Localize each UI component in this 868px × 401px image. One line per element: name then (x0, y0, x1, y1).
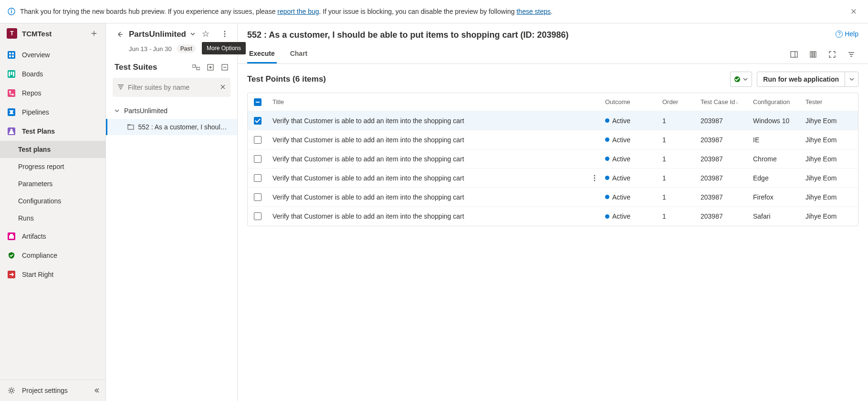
nav-parameters[interactable]: Parameters (0, 175, 105, 192)
cell-tester: Jihye Eom (801, 136, 858, 144)
col-configuration[interactable]: Configuration (748, 98, 801, 106)
cell-tester: Jihye Eom (801, 155, 858, 163)
nav-overview[interactable]: Overview (0, 45, 105, 64)
column-options-button[interactable] (806, 47, 820, 62)
svg-point-41 (594, 156, 596, 157)
run-button[interactable]: Run for web application (757, 75, 845, 83)
start-right-icon (7, 270, 16, 279)
svg-point-40 (594, 141, 596, 143)
tab-execute[interactable]: Execute (247, 45, 277, 63)
suite-filter-input[interactable] (128, 84, 220, 91)
cell-order: 1 (658, 174, 696, 182)
fullscreen-button[interactable] (825, 47, 839, 62)
plan-more-button[interactable]: More Options (221, 31, 229, 39)
nav-start-right[interactable]: Start Right (0, 265, 105, 284)
plan-name[interactable]: PartsUnlimited (129, 30, 186, 39)
grid-header: Title Outcome Order Test Case Id↓ Config… (248, 93, 858, 111)
col-title[interactable]: Title (268, 98, 589, 106)
row-checkbox[interactable] (254, 193, 261, 201)
svg-rect-10 (11, 72, 12, 75)
nav-progress-report-label: Progress report (18, 163, 64, 170)
nav-overview-label: Overview (22, 51, 50, 59)
tab-chart[interactable]: Chart (288, 45, 310, 63)
nav-boards-label: Boards (22, 70, 43, 78)
content-tabs: Execute Chart (238, 45, 868, 64)
sidebar-footer: Project settings (0, 380, 105, 401)
nav-list: Overview Boards Repos Pipelines Test Pla… (0, 43, 105, 380)
nav-compliance[interactable]: Compliance (0, 246, 105, 265)
nav-progress-report[interactable]: Progress report (0, 158, 105, 175)
main-layout: T TCMTest Overview Boards Repos Pipeline… (0, 23, 868, 401)
nav-artifacts-label: Artifacts (22, 232, 46, 240)
nav-sub-test-plans[interactable]: Test plans (0, 141, 105, 158)
suite-filter[interactable] (113, 78, 230, 97)
suite-child[interactable]: 552 : As a customer, I shoul... .. (106, 119, 237, 135)
nav-test-plans-label: Test Plans (22, 127, 55, 135)
col-order[interactable]: Order (658, 98, 696, 106)
filter-toggle-button[interactable] (844, 47, 858, 62)
add-suite-button[interactable] (207, 63, 214, 71)
nav-pipelines[interactable]: Pipelines (0, 103, 105, 122)
row-checkbox[interactable] (254, 136, 261, 144)
table-row[interactable]: Verify that Customer is able to add an i… (248, 149, 858, 169)
table-row[interactable]: Verify that Customer is able to add an i… (248, 130, 858, 149)
nav-configurations[interactable]: Configurations (0, 192, 105, 210)
active-status-icon (605, 157, 609, 161)
active-status-icon (605, 176, 609, 180)
delete-suite-button[interactable] (221, 63, 229, 71)
sidebar-collapse-button[interactable] (90, 380, 105, 401)
table-row[interactable]: Verify that Customer is able to add an i… (248, 207, 858, 226)
suite-root[interactable]: PartsUnlimited (106, 103, 237, 119)
outcome-dropdown[interactable] (730, 72, 752, 87)
disable-steps-link[interactable]: these steps (516, 8, 551, 15)
col-outcome[interactable]: Outcome (600, 98, 658, 106)
select-all-checkbox[interactable] (254, 98, 261, 106)
svg-point-51 (594, 216, 596, 217)
artifacts-icon (7, 232, 16, 241)
row-more-button[interactable] (589, 175, 600, 181)
row-checkbox[interactable] (254, 212, 261, 220)
suite-filter-clear[interactable] (220, 83, 226, 92)
side-panel-button[interactable] (787, 47, 801, 62)
cell-test-case-id: 203987 (696, 212, 748, 220)
project-header[interactable]: T TCMTest (0, 23, 105, 43)
favorite-button[interactable] (202, 31, 209, 39)
back-button[interactable] (115, 29, 125, 40)
cell-title: Verify that Customer is able to add an i… (268, 193, 589, 201)
help-icon: ? (836, 31, 843, 38)
compliance-icon (7, 251, 16, 260)
test-points-grid: Title Outcome Order Test Case Id↓ Config… (238, 93, 868, 401)
project-add-button[interactable] (89, 29, 99, 38)
plan-dropdown[interactable] (190, 31, 196, 38)
nav-project-settings[interactable]: Project settings (0, 380, 90, 401)
banner-close-button[interactable] (847, 5, 860, 18)
col-tester[interactable]: Tester (801, 98, 858, 106)
table-row[interactable]: Verify that Customer is able to add an i… (248, 111, 858, 130)
row-checkbox[interactable] (254, 155, 261, 163)
content-pane: 552 : As a customer, I should be able to… (238, 23, 868, 401)
expand-all-button[interactable] (192, 63, 200, 71)
chevron-down-icon[interactable] (115, 107, 122, 115)
svg-point-23 (224, 33, 226, 34)
run-dropdown[interactable] (845, 72, 858, 86)
suite-icon (127, 123, 135, 131)
nav-runs[interactable]: Runs (0, 210, 105, 227)
row-checkbox[interactable] (254, 174, 261, 182)
nav-boards[interactable]: Boards (0, 64, 105, 84)
cell-configuration: Chrome (748, 155, 801, 163)
cell-test-case-id: 203987 (696, 155, 748, 163)
report-bug-link[interactable]: report the bug (277, 8, 319, 15)
help-link[interactable]: ? Help (836, 30, 858, 38)
table-row[interactable]: Verify that Customer is able to add an i… (248, 169, 858, 188)
cell-test-case-id: 203987 (696, 193, 748, 201)
cell-test-case-id: 203987 (696, 174, 748, 182)
col-test-case-id[interactable]: Test Case Id↓ (696, 98, 748, 106)
repos-icon (7, 88, 16, 98)
cell-order: 1 (658, 117, 696, 125)
svg-point-42 (594, 158, 596, 159)
nav-test-plans[interactable]: Test Plans (0, 122, 105, 141)
nav-repos[interactable]: Repos (0, 84, 105, 103)
row-checkbox[interactable] (254, 117, 261, 125)
nav-artifacts[interactable]: Artifacts (0, 227, 105, 246)
table-row[interactable]: Verify that Customer is able to add an i… (248, 188, 858, 207)
